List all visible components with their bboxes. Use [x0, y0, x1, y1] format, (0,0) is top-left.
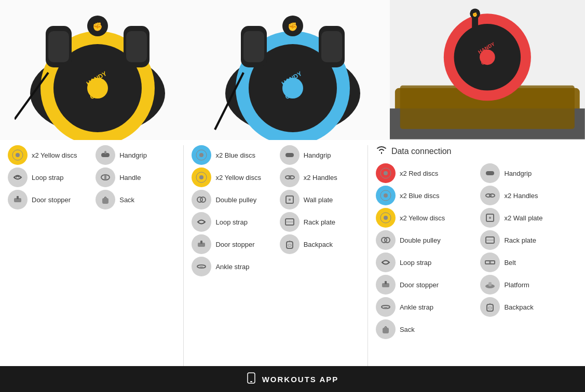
backpack-icon: [280, 234, 300, 254]
item-label: Backpack: [304, 241, 333, 248]
item-label: Ankle strap: [400, 303, 433, 311]
item-label: x2 Handles: [304, 174, 337, 181]
product-blue: HANDY GYM ✊: [195, 0, 390, 140]
svg-point-70: [384, 193, 388, 198]
list-item: Loop strap: [192, 212, 271, 232]
item-label: x2 Yellow discs: [215, 174, 261, 181]
loop-strap2-icon: [192, 212, 211, 232]
list-item: Rack plate: [280, 212, 360, 232]
svg-rect-46: [104, 175, 106, 180]
sack-icon: [96, 190, 115, 209]
item-label: x2 Handles: [504, 192, 538, 200]
disc-yellow2-icon: [192, 167, 211, 187]
list-item: Door stopper: [192, 234, 271, 254]
wifi-icon: [376, 145, 387, 157]
list-item: Loop strap: [8, 167, 88, 187]
ankle-strap2-icon: [376, 297, 396, 317]
col2-right: Handgrip x2 Handles Wall plate: [280, 145, 360, 276]
rack-plate2-icon: [480, 230, 500, 250]
col1-items: x2 Yellow discs Loop strap Door stopper: [8, 145, 175, 209]
sack2-icon: [376, 319, 396, 339]
svg-rect-47: [102, 198, 108, 204]
list-item: x2 Red discs: [376, 163, 473, 183]
product-red: HANDY GYM ✊: [390, 0, 585, 140]
rack-plate-icon: [280, 212, 300, 232]
svg-point-49: [199, 153, 203, 157]
disc-yellow3-icon: [376, 208, 396, 228]
item-label: x2 Yellow discs: [32, 151, 77, 159]
blue-device-svg: HANDY GYM ✊: [210, 5, 376, 140]
item-label: Loop strap: [215, 218, 247, 226]
list-item: Ankle strap: [376, 297, 473, 317]
handles2-icon: [280, 167, 300, 187]
ankle-strap-icon: [192, 257, 211, 276]
disc-yellow-icon: [8, 145, 28, 165]
svg-rect-57: [200, 267, 203, 268]
workouts-app-label: WORKOUTS APP: [262, 375, 339, 384]
item-label: Wall plate: [304, 196, 333, 204]
svg-rect-91: [487, 304, 493, 311]
bottom-bar[interactable]: WORKOUTS APP: [0, 366, 585, 392]
item-label: Double pulley: [215, 196, 256, 204]
svg-rect-79: [383, 328, 389, 333]
svg-rect-66: [288, 244, 291, 246]
list-item: Rack plate: [480, 230, 577, 250]
item-label: Sack: [400, 326, 415, 333]
list-item: x2 Handles: [480, 186, 577, 205]
loop-strap3-icon: [376, 253, 396, 272]
door-stopper2-icon: [192, 234, 211, 254]
wall-plate-icon: [280, 190, 300, 209]
list-item: Sack: [376, 319, 473, 339]
item-label: Rack plate: [304, 218, 335, 226]
list-item: Double pulley: [376, 230, 473, 250]
loop-strap-icon: [8, 167, 28, 187]
item-label: Handgrip: [304, 151, 331, 159]
svg-rect-88: [489, 261, 491, 263]
col1-panel: x2 Yellow discs Loop strap Door stopper: [8, 145, 175, 389]
svg-rect-90: [488, 282, 492, 286]
list-item: Door stopper: [8, 190, 88, 209]
item-label: Belt: [504, 259, 515, 267]
list-item: Backpack: [480, 297, 577, 317]
handgrip-icon: [96, 145, 115, 165]
item-label: Handle: [119, 174, 141, 181]
item-label: Handgrip: [119, 151, 147, 159]
door-stopper-icon: [8, 190, 28, 209]
svg-rect-62: [289, 199, 291, 201]
data-connection-title: Data connection: [391, 147, 452, 156]
svg-rect-65: [287, 242, 293, 248]
disc-blue2-icon: [376, 186, 396, 205]
list-item: Handgrip: [480, 163, 577, 183]
item-label: x2 Yellow discs: [400, 214, 445, 222]
item-label: x2 Red discs: [400, 170, 438, 177]
list-item: Handle: [96, 167, 175, 187]
svg-rect-44: [104, 151, 106, 154]
svg-point-51: [199, 175, 203, 179]
svg-rect-19: [243, 31, 264, 62]
list-item: x2 Blue discs: [376, 186, 473, 205]
svg-rect-84: [489, 217, 491, 219]
list-item: Wall plate: [280, 190, 360, 209]
col1-right: Handgrip Handle Sack: [96, 145, 175, 209]
svg-point-82: [489, 194, 495, 197]
svg-rect-78: [384, 307, 387, 309]
item-label: x2 Wall plate: [504, 214, 542, 222]
list-item: Backpack: [280, 234, 360, 254]
divider1: [183, 145, 184, 389]
handgrip3-icon: [480, 163, 500, 183]
svg-rect-6: [48, 31, 69, 62]
list-item: Ankle strap: [192, 257, 271, 276]
svg-point-68: [384, 171, 388, 175]
item-label: x2 Blue discs: [400, 192, 440, 200]
svg-rect-92: [488, 307, 492, 309]
item-label: Platform: [504, 281, 529, 289]
handgrip2-icon: [280, 145, 300, 165]
list-item: Door stopper: [376, 275, 473, 295]
col2-left: x2 Blue discs x2 Yellow discs Double pul…: [192, 145, 271, 276]
list-item: x2 Yellow discs: [192, 167, 271, 187]
col3-right: Handgrip x2 Handles x2 Wall plate: [480, 163, 577, 339]
col2-items: x2 Blue discs x2 Yellow discs Double pul…: [192, 145, 359, 276]
col1-left: x2 Yellow discs Loop strap Door stopper: [8, 145, 88, 209]
item-label: x2 Blue discs: [215, 151, 255, 159]
door-stopper3-icon: [376, 275, 396, 295]
